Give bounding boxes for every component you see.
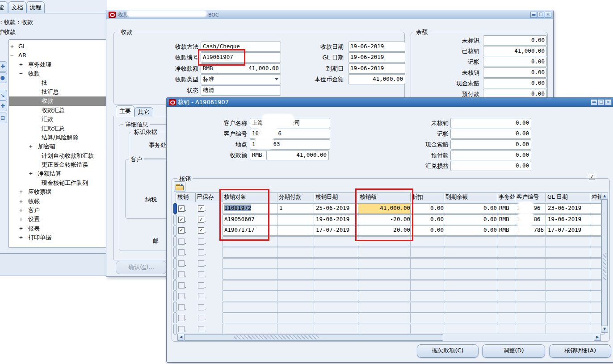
cell-apply_date[interactable]: 17-07-2019 [314, 225, 360, 236]
cell-apply_date[interactable] [314, 258, 360, 269]
applied-checkbox[interactable]: ✓ [178, 205, 185, 212]
cell-balance_due[interactable] [444, 324, 499, 335]
balance-field[interactable]: 0.00 [483, 78, 547, 88]
cell-gl_date[interactable] [546, 313, 593, 323]
cell-installment[interactable] [277, 236, 316, 247]
saved-checkbox[interactable] [198, 315, 204, 321]
total-field[interactable]: 0.00 [450, 161, 531, 171]
cell-apply_date[interactable] [314, 247, 360, 258]
tree-item-6[interactable]: 收款 [9, 96, 108, 105]
cell-balance_due[interactable]: 0.00 [444, 225, 499, 236]
cell-apply_date[interactable]: 25-06-2019 [314, 203, 360, 214]
receipt-amount-field[interactable]: 41,000.00 [266, 150, 329, 160]
receipt-type-combo[interactable]: 标准 [201, 74, 281, 84]
maximize-icon[interactable]: ☐ [598, 99, 605, 105]
cell-balance_due[interactable] [444, 291, 499, 301]
record-selector[interactable] [173, 269, 177, 280]
cell-apply_date[interactable]: 19-06-2019 [314, 214, 360, 225]
horizontal-scrollbar[interactable]: ◀ ▶ [177, 334, 601, 341]
tree-item-19[interactable]: +设置 [9, 215, 108, 224]
tree-expander[interactable]: + [19, 215, 23, 224]
cell-balance_due[interactable] [444, 258, 499, 269]
cell-discount[interactable]: 0.00 [410, 214, 446, 225]
cell-apply_date[interactable] [314, 313, 360, 323]
applied-checkbox[interactable]: ✓ [178, 217, 185, 223]
cell-customer[interactable] [515, 247, 549, 258]
tree-expander[interactable]: + [19, 206, 23, 215]
cell-target[interactable] [222, 269, 279, 280]
tree-item-21[interactable]: +打印单据 [9, 233, 108, 242]
applied-checkbox[interactable] [178, 238, 185, 245]
cell-gl_date[interactable] [546, 247, 593, 258]
record-selector[interactable] [173, 258, 177, 269]
record-selector[interactable] [173, 247, 177, 258]
cell-discount[interactable] [410, 258, 446, 269]
scroll-down-icon[interactable]: ▼ [601, 326, 608, 333]
tree-item-14[interactable]: +净额结算 [9, 169, 108, 178]
toolbar-button[interactable]: ✚ [0, 100, 7, 111]
cell-installment[interactable] [277, 225, 316, 236]
tree-item-17[interactable]: +收帐 [9, 197, 108, 206]
cell-discount[interactable] [410, 313, 446, 323]
vertical-scrollbar[interactable]: ▲ ▼ [601, 192, 608, 333]
tree-item-1[interactable]: −AR [9, 51, 108, 60]
tree-item-10[interactable]: 结算/风险解除 [9, 133, 108, 142]
tree-item-7[interactable]: 收款汇总 [9, 106, 108, 115]
cell-balance_due[interactable] [444, 313, 499, 323]
cell-discount[interactable] [410, 302, 446, 313]
applied-checkbox[interactable] [178, 293, 185, 299]
record-selector[interactable] [173, 203, 177, 214]
col-header-saved[interactable]: 已保存 [195, 192, 222, 202]
tree-item-18[interactable]: +客户 [9, 206, 108, 215]
saved-checkbox[interactable] [198, 304, 204, 310]
cell-discount[interactable] [410, 247, 446, 258]
cell-target[interactable] [222, 247, 279, 258]
tree-item-20[interactable]: +报表 [9, 224, 108, 233]
minimize-icon[interactable]: ▬ [530, 12, 537, 18]
applied-checkbox[interactable] [178, 271, 185, 277]
cell-amount[interactable] [358, 269, 412, 280]
minimize-icon[interactable]: ▬ [591, 99, 597, 105]
action-button-A[interactable]: 核销明细(A) [549, 344, 611, 358]
applied-checkbox[interactable] [178, 326, 185, 332]
cell-target[interactable] [222, 313, 279, 323]
cell-customer[interactable] [515, 269, 549, 280]
total-field[interactable]: 0.00 [450, 150, 531, 160]
cell-target[interactable] [222, 280, 279, 291]
cell-customer[interactable] [515, 313, 549, 323]
cell-customer[interactable] [515, 236, 549, 247]
cell-discount[interactable] [410, 280, 446, 291]
cell-discount[interactable] [410, 324, 446, 335]
tab-main[interactable]: 主要 [116, 105, 134, 117]
cell-discount[interactable] [410, 236, 446, 247]
cell-gl_date[interactable] [546, 324, 593, 335]
cell-apply_date[interactable] [314, 291, 360, 301]
cell-gl_date[interactable] [546, 280, 593, 291]
cell-customer[interactable] [515, 280, 549, 291]
maximize-icon[interactable]: ☐ [537, 12, 544, 18]
cell-discount[interactable]: 0.00 [410, 225, 446, 236]
col-header-applied[interactable]: 核销 [176, 192, 196, 202]
open-folder-icon[interactable]: ➤ [174, 181, 185, 192]
action-button-C[interactable]: 拖欠款项(C) [417, 344, 479, 358]
cell-installment[interactable]: 1 [277, 203, 316, 214]
saved-checkbox[interactable]: ✓ [198, 217, 204, 223]
cell-installment[interactable] [277, 302, 316, 313]
tree-expander[interactable]: + [19, 60, 23, 69]
cell-balance_due[interactable] [444, 247, 499, 258]
cell-customer[interactable] [515, 291, 549, 301]
vertical-scrollbar-thumb[interactable] [601, 199, 608, 326]
cell-installment[interactable] [277, 269, 316, 280]
saved-checkbox[interactable] [198, 238, 204, 245]
cell-customer[interactable] [515, 324, 549, 335]
cell-discount[interactable]: 0.00 [410, 203, 446, 214]
saved-checkbox[interactable] [198, 260, 204, 267]
cell-discount[interactable] [410, 269, 446, 280]
record-selector[interactable] [173, 324, 177, 335]
cell-target[interactable] [222, 324, 279, 335]
cell-apply_date[interactable] [314, 324, 360, 335]
col-header-balance_due[interactable]: 到期余额 [444, 192, 498, 202]
cell-balance_due[interactable] [444, 302, 499, 313]
tree-item-16[interactable]: +应收票据 [9, 188, 108, 197]
scroll-left-icon[interactable]: ◀ [177, 334, 185, 341]
